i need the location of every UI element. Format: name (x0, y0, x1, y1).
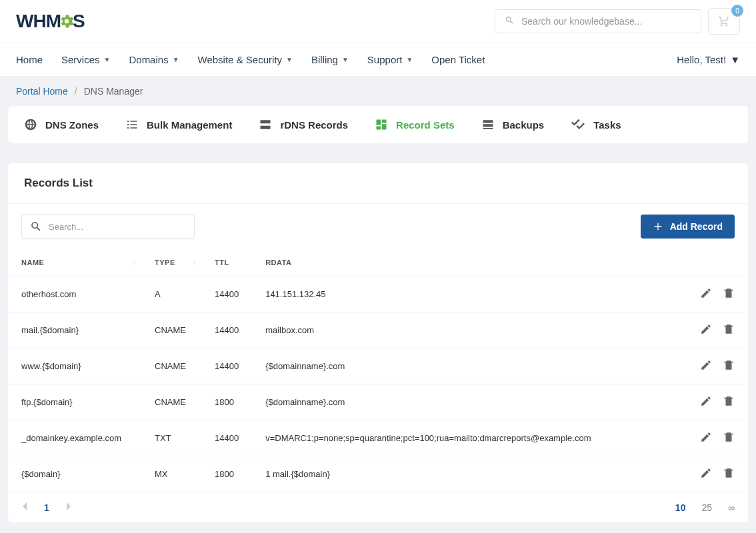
col-actions (675, 249, 748, 276)
plus-icon (653, 221, 663, 232)
cell-type: CNAME (141, 348, 201, 384)
delete-icon[interactable] (723, 395, 735, 407)
delete-icon[interactable] (723, 359, 735, 371)
cell-rdata: mailbox.com (252, 312, 675, 348)
cart-icon (718, 15, 730, 27)
delete-icon[interactable] (723, 431, 735, 443)
col-type[interactable]: TYPE↑ (141, 249, 201, 276)
breadcrumb: Portal Home / DNS Manager (0, 77, 756, 106)
page-1[interactable]: 1 (44, 502, 49, 513)
tab-dns-zones[interactable]: DNS Zones (24, 118, 99, 131)
table-row: _domainkey.example.comTXT14400v=DMARC1;p… (8, 420, 748, 456)
nav-open-ticket[interactable]: Open Ticket (431, 43, 485, 76)
panel-title: Records List (8, 163, 748, 204)
tab-record-sets[interactable]: Record Sets (375, 118, 455, 131)
col-name[interactable]: NAME↑ (8, 249, 141, 276)
cell-rdata: 141.151.132.45 (252, 276, 675, 312)
edit-icon[interactable] (700, 287, 712, 299)
cell-actions (675, 384, 748, 420)
delete-icon[interactable] (723, 323, 735, 335)
table-row: www.{$domain}CNAME14400{$domainname}.com (8, 348, 748, 384)
edit-icon[interactable] (700, 467, 712, 479)
cell-type: CNAME (141, 312, 201, 348)
cell-name: {$domain} (8, 456, 141, 492)
cell-rdata: {$domainname}.com (252, 348, 675, 384)
nav-services[interactable]: Services▼ (61, 43, 110, 76)
sort-icon: ↑ (133, 259, 136, 265)
chevron-down-icon: ▼ (342, 56, 349, 63)
dashboard-icon (375, 118, 388, 131)
records-table: NAME↑ TYPE↑ TTL RDATA otherhost.comA1440… (8, 249, 748, 492)
col-ttl[interactable]: TTL (201, 249, 252, 276)
table-search-input[interactable] (49, 222, 186, 232)
cell-type: TXT (141, 420, 201, 456)
nav-domains[interactable]: Domains▼ (129, 43, 179, 76)
edit-icon[interactable] (700, 323, 712, 335)
cell-name: otherhost.com (8, 276, 141, 312)
edit-icon[interactable] (700, 359, 712, 371)
edit-icon[interactable] (700, 395, 712, 407)
page-next[interactable] (65, 502, 72, 513)
cell-ttl: 14400 (201, 420, 252, 456)
cell-ttl: 1800 (201, 384, 252, 420)
table-row: mail.{$domain}CNAME14400mailbox.com (8, 312, 748, 348)
cell-rdata: v=DMARC1;p=none;sp=quarantine;pct=100;ru… (252, 420, 675, 456)
cell-actions (675, 312, 748, 348)
breadcrumb-current: DNS Manager (84, 86, 143, 97)
cell-ttl: 14400 (201, 276, 252, 312)
cell-type: CNAME (141, 384, 201, 420)
list-icon (125, 118, 139, 131)
add-record-button[interactable]: Add Record (641, 215, 735, 239)
cell-actions (675, 456, 748, 492)
table-row: {$domain}MX18001 mail.{$domain} (8, 456, 748, 492)
cell-ttl: 14400 (201, 312, 252, 348)
nav-home[interactable]: Home (16, 43, 43, 76)
tab-backups[interactable]: Backups (481, 118, 545, 131)
tab-rdns-records[interactable]: rDNS Records (259, 118, 348, 131)
page-prev[interactable] (21, 502, 28, 513)
table-search[interactable] (21, 215, 195, 239)
tasks-icon (571, 118, 585, 131)
search-icon (505, 15, 515, 27)
cart-button[interactable]: 0 (708, 8, 740, 35)
dns-tabs: DNS Zones Bulk Management rDNS Records R… (8, 106, 748, 143)
delete-icon[interactable] (723, 467, 735, 479)
kb-search[interactable] (495, 9, 701, 33)
main-nav: Home Services▼ Domains▼ Website & Securi… (16, 43, 485, 76)
chevron-down-icon: ▼ (104, 56, 111, 63)
logo[interactable]: WHM S (16, 11, 85, 32)
pagesize-25[interactable]: 25 (701, 502, 712, 513)
pagesize-10[interactable]: 10 (675, 502, 686, 513)
cell-actions (675, 276, 748, 312)
cell-name: _domainkey.example.com (8, 420, 141, 456)
pagesize-all[interactable]: ∞ (728, 502, 735, 513)
cell-ttl: 1800 (201, 456, 252, 492)
chevron-down-icon: ▼ (406, 56, 413, 63)
edit-icon[interactable] (700, 431, 712, 443)
tab-tasks[interactable]: Tasks (571, 118, 621, 131)
user-menu[interactable]: Hello, Test!▼ (677, 43, 740, 76)
cart-badge: 0 (731, 5, 743, 17)
cell-ttl: 14400 (201, 348, 252, 384)
delete-icon[interactable] (723, 287, 735, 299)
chevron-down-icon: ▼ (173, 56, 179, 63)
backup-icon (481, 118, 495, 131)
breadcrumb-home[interactable]: Portal Home (16, 86, 68, 97)
logo-text-post: S (73, 11, 85, 32)
chevron-down-icon: ▼ (286, 56, 293, 63)
nav-billing[interactable]: Billing▼ (311, 43, 349, 76)
search-icon (30, 221, 42, 233)
cell-actions (675, 348, 748, 384)
table-row: otherhost.comA14400141.151.132.45 (8, 276, 748, 312)
col-rdata[interactable]: RDATA (252, 249, 675, 276)
nav-website-security[interactable]: Website & Security▼ (198, 43, 293, 76)
cell-rdata: 1 mail.{$domain} (252, 456, 675, 492)
globe-icon (24, 118, 37, 131)
tab-bulk-management[interactable]: Bulk Management (125, 118, 232, 131)
sort-icon: ↑ (193, 259, 196, 265)
pagination-pages: 1 (21, 502, 72, 513)
kb-search-input[interactable] (521, 16, 691, 27)
cell-name: mail.{$domain} (8, 312, 141, 348)
chevron-down-icon: ▼ (730, 54, 740, 65)
nav-support[interactable]: Support▼ (367, 43, 413, 76)
